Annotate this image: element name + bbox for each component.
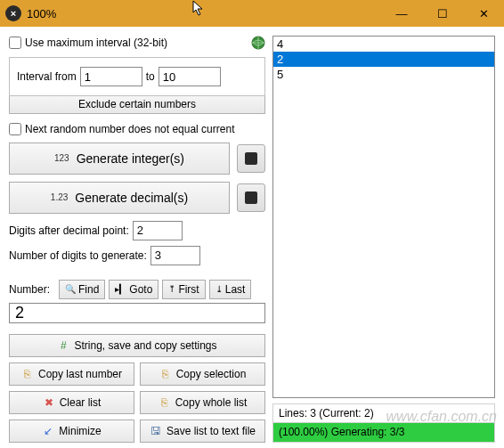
stop-integer-button[interactable] <box>237 144 265 173</box>
close-window-button[interactable]: ✕ <box>463 0 504 27</box>
integer-prefix: 123 <box>54 153 69 163</box>
goto-icon: ▸▎ <box>115 284 126 294</box>
use-max-interval-label: Use maximum interval (32-bit) <box>25 37 167 49</box>
save-icon: 🖫 <box>150 425 162 437</box>
interval-to-input[interactable] <box>159 67 221 86</box>
number-input[interactable] <box>9 303 265 323</box>
minimize-button[interactable]: ↙Minimize <box>9 419 134 443</box>
last-icon: ⤓ <box>215 284 223 294</box>
last-button[interactable]: ⤓Last <box>209 280 252 299</box>
string-settings-button[interactable]: #String, save and copy settings <box>9 334 265 357</box>
exclude-numbers-button[interactable]: Exclude certain numbers <box>9 96 265 114</box>
generate-decimal-button[interactable]: 1.23 Generate decimal(s) <box>9 182 230 214</box>
app-icon: × <box>5 5 21 21</box>
copy-icon: ⎘ <box>21 368 34 380</box>
num-digits-label: Number of digits to generate: <box>9 249 147 262</box>
status-generating: (100.00%) Generating: 3/3 <box>273 423 494 441</box>
copy-whole-button[interactable]: ⎘Copy whole list <box>140 391 265 414</box>
hash-icon: # <box>57 339 69 352</box>
digits-after-input[interactable] <box>133 221 183 240</box>
minimize-icon: ↙ <box>42 425 54 437</box>
maximize-window-button[interactable]: ☐ <box>422 0 463 27</box>
globe-icon[interactable] <box>251 36 265 50</box>
interval-from-input[interactable] <box>80 67 142 86</box>
save-list-button[interactable]: 🖫Save list to text file <box>140 419 265 443</box>
stop-icon <box>245 152 257 165</box>
not-equal-label: Next random number does not equal curren… <box>25 123 234 135</box>
search-icon: 🔍 <box>65 284 76 294</box>
stop-decimal-button[interactable] <box>237 183 265 212</box>
results-list[interactable]: 425 <box>272 36 495 398</box>
number-label: Number: <box>9 283 50 296</box>
use-max-interval-checkbox[interactable] <box>9 37 21 49</box>
first-button[interactable]: ⤒First <box>162 280 205 299</box>
decimal-prefix: 1.23 <box>51 192 68 202</box>
goto-button[interactable]: ▸▎Goto <box>109 280 159 299</box>
copy-icon: ⎘ <box>159 396 171 409</box>
list-item[interactable]: 4 <box>273 37 494 52</box>
status-lines: Lines: 3 (Current: 2) <box>272 403 495 423</box>
title-bar: × 100% — ☐ ✕ <box>0 0 504 27</box>
first-icon: ⤒ <box>168 284 175 294</box>
generate-integer-label: Generate integer(s) <box>77 151 184 166</box>
list-item[interactable]: 2 <box>273 52 494 67</box>
window-title: 100% <box>27 7 56 20</box>
find-button[interactable]: 🔍Find <box>59 280 105 299</box>
copy-last-button[interactable]: ⎘Copy last number <box>9 362 134 386</box>
copy-selection-button[interactable]: ⎘Copy selection <box>140 362 265 386</box>
interval-from-label: Interval from <box>17 70 77 83</box>
generate-decimal-label: Generate decimal(s) <box>75 191 188 205</box>
interval-to-label: to <box>146 70 155 83</box>
clear-list-button[interactable]: ✖Clear list <box>9 391 134 414</box>
minimize-window-button[interactable]: — <box>381 0 422 27</box>
copy-icon: ⎘ <box>159 368 172 380</box>
interval-group: Interval from to <box>9 57 265 96</box>
list-item[interactable]: 5 <box>273 67 494 82</box>
stop-icon <box>245 191 257 204</box>
digits-after-label: Digits after decimal point: <box>9 224 129 237</box>
num-digits-input[interactable] <box>150 246 200 265</box>
generate-integer-button[interactable]: 123 Generate integer(s) <box>9 143 230 175</box>
not-equal-checkbox[interactable] <box>9 123 21 135</box>
status-progress: (100.00%) Generating: 3/3 <box>272 423 495 443</box>
delete-icon: ✖ <box>43 396 55 409</box>
